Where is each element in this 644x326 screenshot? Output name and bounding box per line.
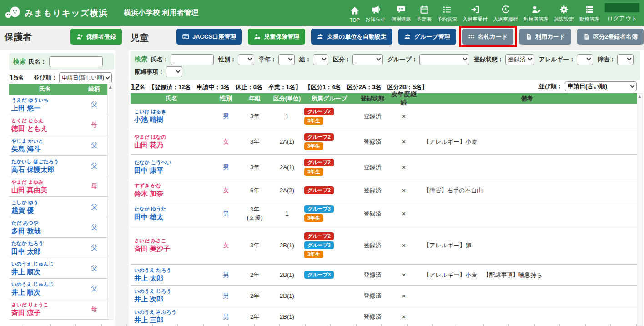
child-row[interactable]: すずき かな 鈴木 加奈 女 6年 2A(2) グループ2 登録済 × 【障害】… [131,180,637,201]
filter-allergy-select[interactable] [577,54,593,65]
shien-tani-jido-settei-button[interactable]: 支援の単位を自動設定 [311,29,392,45]
guardian-row[interactable]: うえだ ゆういち 上田 悠一 父 [9,95,107,115]
guardian-list-scrollbar[interactable]: ▲ [107,84,113,320]
guardian-row[interactable]: たかいし ほごたろう 高石 保護太郎 父 [9,156,107,176]
child-grade-note: (支援) [240,214,270,222]
jido-hoken-kanri-label: 児童保険管理 [264,33,299,41]
children-table-scrollbar[interactable]: ▲ [637,93,643,326]
nav-yoteihyo[interactable]: 予定表 [414,0,434,26]
filter-kubun-select[interactable] [352,54,383,65]
child-row[interactable]: さいだ みさこ 斉田 美沙子 女 3年 2B(1) グループ2グループ33年生 … [131,226,637,265]
guardian-name-link[interactable]: 斉田 涼子 [11,308,81,317]
nav-kinmu-kanri[interactable]: 勤務管理 [577,0,602,26]
children-col-6: 次年度継続 [391,90,417,107]
guardian-row[interactable]: いのうえ じゅんじ 井上 順次 父 [9,279,107,299]
child-name-link[interactable]: 小池 晴樹 [134,115,212,124]
child-name-link[interactable]: 井上 太郎 [134,274,212,283]
nav-top[interactable]: TOP [347,0,362,26]
child-next-year: × [391,113,417,120]
filter-kumi-select[interactable] [313,54,328,65]
riyo-card-button[interactable]: 利用カード [519,29,571,45]
child-name-link[interactable]: 鈴木 加奈 [134,189,212,198]
guardian-count-row: 15 名 並び順： 申請日(新しい順) [9,72,114,84]
filter-toroku-jotai-value: 登録済 [508,55,526,64]
guardian-name-link[interactable]: 井上 順次 [11,288,81,297]
guardian-name-link[interactable]: 上田 悠一 [11,104,81,113]
child-row[interactable]: やまだ はなの 山田 花乃 女 3年 2A(1) グループ23年生 登録済 × … [131,129,637,155]
child-next-year: × [391,187,417,194]
child-row[interactable]: たなか こうへい 田中 康平 男 3年 2A(1) グループ23年生 登録済 × [131,155,637,180]
child-name-link[interactable]: 井上 次郎 [134,295,212,304]
child-status: 登録済 [354,271,391,279]
file-icon [525,33,532,40]
filter-gakunen-select[interactable] [278,54,295,65]
child-row[interactable]: たなか ゆうた 田中 雄太 男 3年(支援) 1 グループ33年生 登録済 × [131,201,637,226]
guardian-sort-select[interactable]: 申請日(新しい順) [59,72,112,83]
guardian-row[interactable]: さいだ りょうこ 斉田 涼子 母 [9,299,107,320]
guardian-name-link[interactable]: 多田 敦哉 [11,226,81,236]
child-row[interactable]: いのうえ さぶろう 井上 三郎 男 2年 2B(1) 登録済 × [131,306,637,326]
guardian-name-link[interactable]: 徳田 ともえ [11,124,81,133]
guardian-name-link[interactable]: 矢島 海斗 [11,145,81,154]
child-name-link[interactable]: 山田 花乃 [134,140,212,150]
child-name-link[interactable]: 田中 康平 [134,166,212,175]
child-name-link[interactable]: 田中 雄太 [134,212,212,221]
guardian-name-link[interactable]: 越賀 優 [11,206,81,215]
children-section-title: 児童 [131,32,149,44]
child-groups: グループ23年生 [304,106,354,126]
child-name-link[interactable]: 井上 三郎 [134,316,212,325]
nav-shisetsu-settei[interactable]: 施設設定 [551,0,577,26]
child-unit: 2B(1) [270,271,304,278]
guardian-name-link[interactable]: 田中 太郎 [11,247,81,256]
group-kanri-button[interactable]: グループ管理 [398,29,456,45]
nav-nyutaishitsu-uketsuke[interactable]: 入退室受付 [460,0,490,26]
guardian-name-link[interactable]: 高石 保護太郎 [11,165,81,174]
nav-label-kobetsu-renraku: 個別連絡 [391,16,411,23]
guardian-kana: ただ あつや [11,220,81,226]
children-sort-label: 並び順： [539,82,563,90]
guardian-name-filter-input[interactable] [49,56,103,67]
nav-logout[interactable]: ログアウト [602,0,642,26]
filter-hairyo-jiko-select[interactable] [166,66,182,77]
children-sort-select[interactable]: 申請日(古い順) [565,81,637,91]
child-name-link[interactable]: 斉田 美沙子 [134,244,212,253]
nav-kobetsu-renraku[interactable]: 個別連絡 [388,0,414,26]
guardian-row[interactable]: やまだ まゆみ 山田 真由美 母 [9,176,107,197]
guardian-row[interactable]: こしか ゆう 越賀 優 父 [9,197,107,217]
child-row[interactable]: こいけ はるき 小池 晴樹 男 3年 1 グループ23年生 登録済 × [131,104,637,129]
guardian-row[interactable]: ただ あつや 多田 敦哉 父 [9,217,107,238]
guardian-register-button[interactable]: 保護者登録 [70,29,122,45]
group-badge: グループ3 [304,241,334,249]
guardian-name-link[interactable]: 井上 順次 [11,267,81,276]
guardian-row[interactable]: たなか たろう 田中 太郎 父 [9,238,107,258]
child-groups: グループ23年生 [304,157,354,177]
guardian-row[interactable]: いのうえ じゅんじ 井上 順次 父 [9,258,107,279]
child-gender: 男 [212,163,240,171]
child-grade: 3年 [240,163,270,171]
filter-group-select[interactable] [419,54,469,65]
kubun2-torokusha-meibo-button[interactable]: 区分2登録者名簿 [577,29,644,45]
filter-seibetsu-select[interactable] [238,54,254,65]
guardian-sort-label: 並び順： [34,74,57,82]
nav-nyutaishitsu-rireki[interactable]: 入退室履歴 [490,0,521,26]
child-row[interactable]: いのうえ じろう 井上 次郎 男 2年 2B(1) 登録済 × [131,286,637,306]
guardian-relation: 父 [81,141,107,150]
child-row[interactable]: いのうえ たろう 井上 太郎 男 2年 2B(1) グループ3 登録済 × 【ア… [131,265,637,286]
app-logo[interactable]: みまもりキッズ横浜 [0,5,124,21]
jido-hoken-kanri-button[interactable]: 児童保険管理 [248,29,305,45]
guardian-row[interactable]: とくだ ともえ 徳田 ともえ 母 [9,115,107,135]
nav-label-kinmu-kanri: 勤務管理 [579,16,599,23]
guardian-name-link[interactable]: 山田 真由美 [11,186,81,195]
redacted-name-box [605,3,639,12]
nav-riyosha-kanri[interactable]: 利用者管理 [521,0,551,26]
filter-shogai-select[interactable] [617,54,634,65]
users-icon [317,33,324,40]
filter-shimei-input[interactable] [171,54,214,65]
guardian-row[interactable]: やじま かいと 矢島 海斗 父 [9,135,107,156]
nav-label-shisetsu-settei: 施設設定 [554,16,574,23]
nafuda-card-button[interactable]: 名札カード [462,29,514,45]
filter-toroku-jotai-select[interactable]: 登録済 [505,54,534,65]
nav-yoyaku-jokyo[interactable]: 予約状況 [434,0,460,26]
jaccs-koza-kanri-button[interactable]: JACCS口座管理 [176,29,242,45]
nav-oshirase[interactable]: お知らせ [362,0,388,26]
